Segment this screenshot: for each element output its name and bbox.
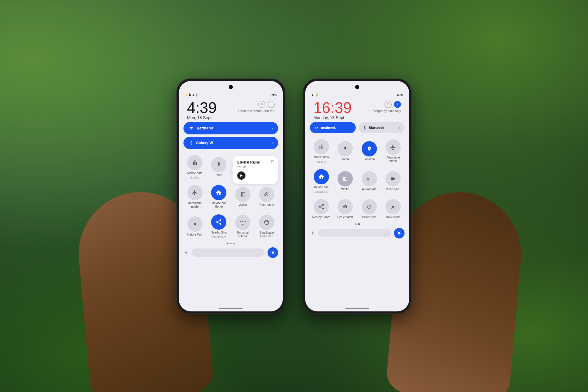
tile-power-right[interactable]: Power sav. bbox=[358, 196, 381, 221]
tile-nearby-left[interactable]: Nearby Sha. Your devices bbox=[208, 211, 230, 241]
zen-icon-left bbox=[259, 215, 274, 230]
svg-point-2 bbox=[265, 220, 269, 225]
tile-device-right[interactable]: Device con Deeksha T. bbox=[310, 166, 333, 196]
svg-point-7 bbox=[398, 232, 400, 234]
camera-hole-right bbox=[355, 85, 359, 89]
tiles-row2-right: Device con Deeksha T. Wallet Auto-rota bbox=[310, 166, 405, 196]
tile-hotspot-left[interactable]: Personal hotspot bbox=[231, 211, 254, 241]
tile-eye-right[interactable]: Eye comfort bbox=[334, 196, 357, 221]
clock-right: 16:39 bbox=[313, 100, 352, 115]
torch-label-left: Torch bbox=[215, 174, 222, 177]
status-icons-right: ▲ 🔋 bbox=[311, 93, 318, 96]
video-label-right: Video Enh. bbox=[386, 188, 400, 191]
nature-label-left: Nature Ton. bbox=[187, 233, 203, 236]
tile-wallet-right[interactable]: Wallet bbox=[334, 166, 357, 196]
more-icon-right[interactable]: ⋮ bbox=[394, 101, 401, 108]
top-right-icons-left: ⊙ ⋮ bbox=[238, 101, 275, 108]
more-icon-left[interactable]: ⋮ bbox=[268, 101, 275, 108]
qs-area-left: gettheref. › Galaxy W › bbox=[183, 122, 278, 258]
tile-nearby-right[interactable]: Nearby Share bbox=[310, 196, 333, 221]
wallet-icon-right bbox=[338, 171, 353, 186]
music-widget-icon: ⊡ bbox=[271, 159, 275, 164]
tile-dark-right[interactable]: Dark mode bbox=[382, 196, 405, 221]
clock-left: 4:39 bbox=[187, 100, 217, 115]
tile-zen-left[interactable]: Zen Space Deep Zen bbox=[255, 211, 278, 241]
signal-icon: ||| bbox=[196, 93, 198, 96]
tile-video-right[interactable]: Video Enh. bbox=[382, 166, 405, 196]
phone-left: ⚡ N ▲ ||| 59% 4:39 Mon, 18 Sept ⊙ ⋮ Used… bbox=[176, 79, 285, 314]
brightness-high-icon-right bbox=[394, 228, 405, 238]
bt-button-right[interactable]: Bluetooth › bbox=[359, 122, 405, 133]
tile-torch-right[interactable]: Torch bbox=[334, 136, 357, 166]
time-left: 4:39 Mon, 18 Sept bbox=[187, 100, 217, 120]
dot-2-right bbox=[358, 223, 360, 225]
dot-1-right bbox=[355, 223, 357, 225]
brightness-track-right[interactable] bbox=[318, 229, 391, 237]
tile-autorotate-right[interactable]: Auto-rotate bbox=[358, 166, 381, 196]
bt-icon-left bbox=[189, 140, 193, 146]
tile-rotate-left[interactable]: Auto-rotate bbox=[255, 182, 278, 211]
hotspot-label-left: Personal hotspot bbox=[233, 231, 253, 238]
tile-airplane-right[interactable]: Aeroplane mode bbox=[382, 136, 405, 166]
tile-nature-left[interactable]: Nature Ton. bbox=[183, 211, 206, 241]
bt-arrow-left: › bbox=[272, 141, 273, 145]
bt-button-left[interactable]: Galaxy W › bbox=[183, 137, 278, 149]
eye-icon-right bbox=[338, 199, 353, 214]
wifi-icon-right bbox=[314, 126, 319, 129]
top-right-icons-right: ⊙ ⋮ bbox=[370, 101, 401, 108]
tile-wallet-left[interactable]: Wallet bbox=[231, 182, 254, 211]
tile-mobile-data-left[interactable]: Mobile data airtel 5G bbox=[183, 152, 206, 181]
wifi-button-right[interactable]: gettheref. › bbox=[310, 122, 356, 133]
wifi-button-left[interactable]: gettheref. › bbox=[183, 122, 278, 134]
music-title-left: Eternal Rains bbox=[237, 160, 268, 164]
airplane-label-left: Aeroplane mode bbox=[185, 201, 205, 208]
tile-airplane-left[interactable]: Aeroplane mode bbox=[183, 182, 206, 211]
tiles-row2-left: Aeroplane mode Device cor Home bbox=[183, 182, 278, 211]
brightness-bar-right[interactable] bbox=[310, 228, 405, 238]
dark-label-right: Dark mode bbox=[386, 216, 400, 219]
svg-point-4 bbox=[272, 252, 274, 254]
tile-torch-left[interactable]: Torch bbox=[208, 152, 230, 181]
brightness-bar-left[interactable] bbox=[183, 247, 278, 258]
battery-icon-right: 🔋 bbox=[315, 93, 318, 96]
wallet-label-right: Wallet bbox=[341, 188, 349, 191]
bt-arrow-right: › bbox=[399, 126, 400, 129]
tile-location-right[interactable]: Location bbox=[358, 136, 381, 166]
tile-device-control-left[interactable]: Device cor Home bbox=[208, 182, 230, 211]
video-icon-right bbox=[385, 171, 401, 186]
wallet-icon-left bbox=[235, 187, 250, 202]
top-right-left: ⊙ ⋮ Used this month: 380 MB bbox=[238, 101, 275, 113]
phone-right: ▲ 🔋 43% 16:39 Monday, 18 Sept ⊙ ⋮ Emerge… bbox=[303, 79, 412, 314]
mobile-data-sub-left: airtel 5G bbox=[190, 176, 200, 179]
wifi-arrow-right: › bbox=[350, 126, 352, 129]
brightness-track-left[interactable] bbox=[192, 248, 265, 257]
location-label-right: Location bbox=[364, 158, 375, 161]
airplane-icon-right bbox=[385, 139, 401, 155]
nearby-label-left: Nearby Sha. bbox=[211, 231, 227, 234]
music-play-btn-left[interactable]: ▶ bbox=[237, 171, 245, 180]
brightness-low-icon-left bbox=[183, 250, 189, 255]
torch-label-right: Torch bbox=[342, 158, 349, 161]
nature-icon-left bbox=[187, 216, 203, 232]
tiles-row3-right: Nearby Share Eye comfort Power sav. bbox=[310, 196, 405, 221]
svg-point-0 bbox=[194, 223, 196, 225]
tile-mobile-right[interactable]: Mobile data No SIM bbox=[310, 136, 333, 166]
wifi-icon-status: ▲ bbox=[192, 93, 195, 96]
home-indicator-right bbox=[345, 308, 369, 309]
torch-icon-right bbox=[338, 141, 353, 156]
location-icon-right bbox=[362, 141, 377, 156]
torch-icon-left bbox=[211, 157, 226, 172]
tiles-row3-left: Nature Ton. Nearby Sha. Your devices bbox=[183, 211, 278, 241]
wallet-label-left: Wallet bbox=[239, 203, 247, 207]
brightness-low-icon-right bbox=[310, 230, 315, 236]
status-bar-left: ⚡ N ▲ ||| 59% bbox=[185, 91, 277, 99]
device-icon-right bbox=[314, 169, 329, 184]
nearby-label-right: Nearby Share bbox=[312, 216, 330, 219]
brightness-high-icon-left bbox=[268, 247, 278, 258]
mobile-sub-right: No SIM bbox=[317, 160, 326, 163]
settings-icon-left[interactable]: ⊙ bbox=[258, 101, 265, 108]
settings-icon-right[interactable]: ⊙ bbox=[385, 101, 392, 108]
mobile-data-label-left: Mobile data bbox=[187, 171, 203, 175]
nfc-icon: N bbox=[189, 93, 191, 96]
airplane-label-right: Aeroplane mode bbox=[383, 156, 404, 163]
